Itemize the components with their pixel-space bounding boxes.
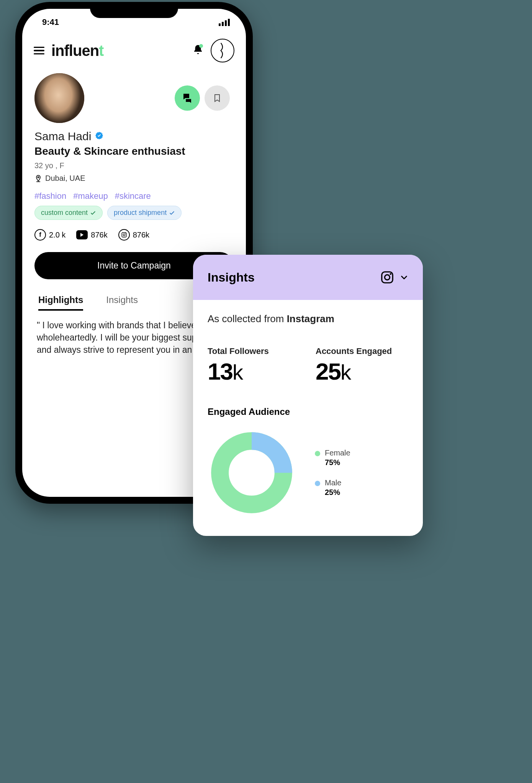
- insights-body: As collected from Instagram Total Follow…: [193, 300, 423, 536]
- tab-insights[interactable]: Insights: [106, 295, 138, 311]
- profile-age-gender: 32 yo , F: [34, 161, 234, 170]
- chat-button[interactable]: [175, 85, 200, 111]
- signal-icon: [219, 19, 230, 26]
- product-shipment-pill: product shipment: [107, 206, 182, 220]
- notification-dot: [199, 44, 203, 48]
- chevron-down-icon: [400, 273, 408, 282]
- profile-section: Sama Hadi Beauty & Skincare enthusiast 3…: [22, 66, 246, 241]
- phone-notch: [90, 2, 178, 18]
- profile-name-row: Sama Hadi: [34, 130, 234, 143]
- engaged-audience-title: Engaged Audience: [208, 406, 408, 417]
- location-text: Dubai, UAE: [45, 174, 85, 183]
- hashtag-list: #fashion #makeup #skincare: [34, 191, 234, 201]
- bookmark-button[interactable]: [205, 85, 230, 111]
- instagram-icon: [380, 270, 394, 285]
- legend-female: Female 75%: [315, 449, 350, 467]
- social-stats: f 2.0 k 876k 876k: [34, 229, 234, 241]
- app-header: influent: [22, 27, 246, 66]
- insights-title: Insights: [208, 270, 380, 285]
- accounts-engaged: Accounts Engaged 25k: [316, 346, 408, 385]
- engaged-audience-chart-area: Female 75% Male 25%: [208, 429, 408, 517]
- profile-name: Sama Hadi: [34, 130, 91, 143]
- verified-icon: [95, 131, 103, 141]
- capability-pills: custom content product shipment: [34, 206, 234, 220]
- menu-icon[interactable]: [34, 47, 44, 55]
- insights-header: Insights: [193, 255, 423, 300]
- bookmark-icon: [213, 92, 222, 104]
- brand-logo: influent: [51, 42, 185, 59]
- total-followers: Total Followers 13k: [208, 346, 300, 385]
- legend-dot-icon: [315, 481, 320, 486]
- stat-value: 13k: [208, 358, 300, 385]
- svg-point-0: [38, 177, 39, 178]
- facebook-icon: f: [34, 229, 46, 241]
- donut-chart: [208, 429, 296, 517]
- chart-legend: Female 75% Male 25%: [315, 449, 350, 497]
- insights-card: Insights As collected from Instagram Tot…: [193, 255, 423, 536]
- collected-from: As collected from Instagram: [208, 313, 408, 325]
- stat-label: Total Followers: [208, 346, 300, 356]
- svg-point-3: [123, 234, 125, 236]
- youtube-icon: [76, 230, 88, 239]
- legend-male: Male 25%: [315, 478, 350, 497]
- facebook-stat[interactable]: f 2.0 k: [34, 229, 65, 241]
- svg-point-7: [390, 273, 391, 275]
- brand-avatar-icon: [217, 42, 228, 59]
- status-time: 9:41: [42, 17, 59, 27]
- youtube-stat[interactable]: 876k: [76, 230, 107, 239]
- instagram-stat[interactable]: 876k: [118, 229, 149, 241]
- brand-avatar[interactable]: [211, 39, 234, 62]
- hashtag[interactable]: #skincare: [115, 191, 151, 201]
- tab-highlights[interactable]: Highlights: [38, 295, 83, 311]
- check-icon: [90, 210, 96, 216]
- insights-source-selector[interactable]: [380, 270, 408, 285]
- notifications-button[interactable]: [192, 44, 204, 57]
- instagram-icon: [118, 229, 130, 241]
- svg-point-6: [385, 275, 390, 280]
- custom-content-pill: custom content: [34, 206, 103, 220]
- check-icon: [169, 210, 175, 216]
- stat-label: Accounts Engaged: [316, 346, 408, 356]
- profile-title: Beauty & Skincare enthusiast: [34, 145, 234, 157]
- profile-location: Dubai, UAE: [34, 174, 234, 183]
- profile-top-row: [34, 73, 234, 123]
- chat-icon: [182, 92, 193, 104]
- stats-row: Total Followers 13k Accounts Engaged 25k: [208, 346, 408, 385]
- hashtag[interactable]: #fashion: [34, 191, 66, 201]
- legend-dot-icon: [315, 451, 320, 456]
- stat-value: 25k: [316, 358, 408, 385]
- svg-point-4: [125, 233, 126, 234]
- profile-avatar[interactable]: [34, 73, 84, 123]
- hashtag[interactable]: #makeup: [73, 191, 108, 201]
- location-icon: [34, 175, 42, 182]
- profile-actions: [175, 85, 234, 111]
